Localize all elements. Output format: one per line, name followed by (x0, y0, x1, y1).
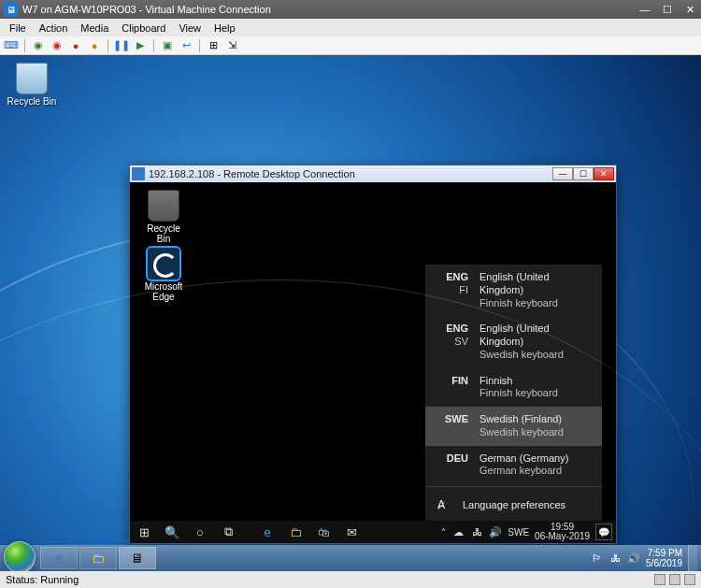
minimize-button[interactable]: — (634, 1, 656, 18)
recycle-bin-label: Recycle Bin (6, 96, 58, 107)
inner-edge-icon[interactable]: Microsoft Edge (139, 248, 188, 302)
menu-file[interactable]: File (4, 22, 32, 34)
ctrl-alt-del-icon[interactable]: ⌨ (4, 38, 19, 53)
tb-edge-icon[interactable]: e (253, 521, 281, 543)
rdp-minimize-button[interactable]: — (552, 167, 573, 180)
status-led-2 (669, 574, 680, 585)
tray-clock[interactable]: 7:59 PM 5/6/2019 (646, 548, 682, 568)
show-desktop-button[interactable] (688, 545, 697, 571)
edge-icon (148, 248, 179, 280)
tray-volume-icon[interactable]: 🔊 (489, 525, 502, 538)
enhanced-icon[interactable]: ⊞ (206, 38, 221, 53)
lang-item-fin[interactable]: FIN FinnishFinnish keyboard (425, 368, 602, 408)
tray-clock[interactable]: 19:59 06-May-2019 (535, 523, 590, 542)
win10-desktop[interactable]: Recycle Bin Microsoft Edge ENGFI English… (130, 182, 616, 543)
search-icon[interactable]: 🔍 (158, 521, 186, 543)
tb-explorer-icon[interactable]: 🗀 (281, 521, 309, 543)
tray-flag-icon[interactable]: 🏳 (590, 552, 603, 565)
vm-statusbar: Status: Running (0, 571, 701, 588)
taskview-icon[interactable]: ⧉ (214, 521, 242, 543)
lang-item-eng-fi[interactable]: ENGFI English (United Kingdom)Finnish ke… (425, 265, 602, 316)
lang-item-swe[interactable]: SWE Swedish (Finland)Swedish keyboard (425, 407, 602, 446)
start-button[interactable]: ⊞ (130, 521, 158, 543)
start-icon[interactable]: ◉ (31, 38, 46, 53)
close-button[interactable]: ✕ (679, 1, 701, 18)
lang-pref-icon: A̷ (433, 498, 450, 511)
tb-ie-icon[interactable]: e (40, 547, 78, 569)
rdp-titlebar[interactable]: 192.168.2.108 - Remote Desktop Connectio… (130, 165, 616, 182)
shutdown-icon[interactable]: ● (68, 38, 83, 53)
tray-onedrive-icon[interactable]: ☁ (451, 525, 465, 538)
status-led-1 (654, 574, 665, 585)
inner-edge-label: Microsoft Edge (139, 281, 188, 302)
tray-network-icon[interactable]: 🖧 (608, 552, 622, 565)
action-center-icon[interactable]: 💬 (595, 523, 612, 540)
tb-explorer-icon[interactable]: 🗀 (79, 547, 117, 569)
win10-taskbar: ⊞ 🔍 ○ ⧉ e 🗀 🛍 ✉ ˄ ☁ 🖧 🔊 SWE 19:59 06 (130, 521, 616, 543)
vm-status-text: Status: Running (6, 574, 79, 585)
menu-action[interactable]: Action (34, 22, 74, 34)
inner-recycle-bin[interactable]: Recycle Bin (139, 190, 188, 244)
tray-chevron-icon[interactable]: ˄ (441, 527, 446, 538)
tb-store-icon[interactable]: 🛍 (309, 521, 337, 543)
pause-icon[interactable]: ❚❚ (114, 38, 129, 53)
vm-app-icon: 🖥 (4, 2, 19, 17)
menu-help[interactable]: Help (208, 22, 241, 34)
lang-pref-label: Language preferences (463, 499, 565, 510)
checkpoint-icon[interactable]: ▣ (160, 38, 175, 53)
win7-desktop[interactable]: Recycle Bin 192.168.2.108 - Remote Deskt… (0, 55, 701, 545)
language-switcher: ENGFI English (United Kingdom)Finnish ke… (425, 265, 602, 521)
vm-menubar: File Action Media Clipboard View Help (0, 19, 701, 36)
language-preferences[interactable]: A̷ Language preferences (425, 489, 602, 521)
rdp-window[interactable]: 192.168.2.108 - Remote Desktop Connectio… (129, 165, 617, 544)
recycle-bin-icon[interactable]: Recycle Bin (6, 63, 58, 107)
share-icon[interactable]: ⇲ (224, 38, 239, 53)
bin-icon (148, 190, 179, 222)
rdp-close-button[interactable]: ✕ (594, 167, 614, 180)
rdp-title-text: 192.168.2.108 - Remote Desktop Connectio… (149, 168, 552, 179)
tb-vmconnect-icon[interactable]: 🖥 (119, 547, 156, 569)
win7-taskbar: e 🗀 🖥 🏳 🖧 🔊 7:59 PM 5/6/2019 (0, 545, 701, 571)
inner-recycle-bin-label: Recycle Bin (139, 223, 188, 244)
tray-volume-icon[interactable]: 🔊 (627, 552, 640, 565)
vm-title-text: W7 on AGM-W10PRO03 - Virtual Machine Con… (22, 4, 634, 15)
tb-mail-icon[interactable]: ✉ (337, 521, 365, 543)
tray-network-icon[interactable]: 🖧 (470, 525, 483, 538)
win7-start-button[interactable] (4, 541, 36, 573)
revert-icon[interactable]: ↩ (179, 38, 193, 53)
vm-toolbar: ⌨ ◉ ◉ ● ● ❚❚ ▶ ▣ ↩ ⊞ ⇲ (0, 36, 701, 55)
status-led-3 (684, 574, 695, 585)
turnoff-icon[interactable]: ◉ (50, 38, 64, 53)
reset-icon[interactable]: ▶ (133, 38, 148, 53)
tray-lang[interactable]: SWE (508, 527, 529, 538)
bin-icon (16, 63, 48, 94)
lang-item-deu[interactable]: DEU German (Germany)German keyboard (425, 446, 602, 485)
vm-titlebar: 🖥 W7 on AGM-W10PRO03 - Virtual Machine C… (0, 0, 701, 19)
menu-view[interactable]: View (173, 22, 207, 34)
menu-clipboard[interactable]: Clipboard (116, 22, 171, 34)
save-icon[interactable]: ● (87, 38, 102, 53)
rdp-app-icon (132, 167, 145, 180)
menu-media[interactable]: Media (75, 22, 114, 34)
lang-item-eng-sv[interactable]: ENGSV English (United Kingdom)Swedish ke… (425, 316, 602, 367)
rdp-maximize-button[interactable]: ☐ (573, 167, 594, 180)
cortana-icon[interactable]: ○ (186, 521, 214, 543)
maximize-button[interactable]: ☐ (656, 1, 679, 18)
